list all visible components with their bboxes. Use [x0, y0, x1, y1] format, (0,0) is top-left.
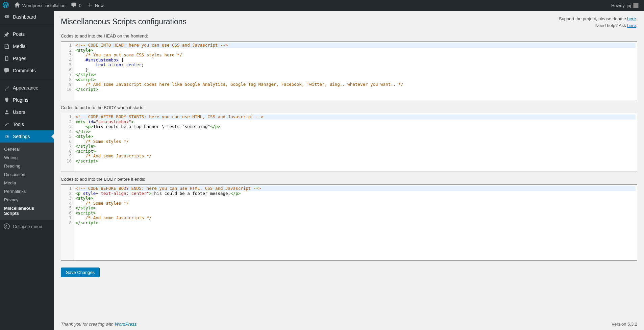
version-text: Version 5.3.2: [612, 322, 637, 327]
plugin-icon: [3, 97, 10, 103]
settings-submenu: General Writing Reading Discussion Media…: [0, 143, 54, 220]
admin-bar: Wordpress installation 0 New Howdy, jnj: [0, 0, 644, 11]
menu-label: Comments: [13, 68, 36, 73]
collapse-label: Collapse menu: [13, 224, 42, 229]
pin-icon: [3, 31, 10, 37]
body-start-section-label: Codes to add into the BODY when it start…: [61, 105, 637, 110]
comment-icon: [71, 2, 77, 9]
users-icon: [3, 109, 10, 116]
media-icon: [3, 43, 10, 50]
home-icon: [14, 2, 20, 9]
dashboard-icon: [3, 14, 10, 20]
submenu-media[interactable]: Media: [0, 179, 54, 187]
submenu-misc-scripts[interactable]: Miscellaneous Scripts: [0, 204, 54, 218]
menu-posts[interactable]: Posts: [0, 28, 54, 40]
head-section-label: Codes to add into the HEAD on the fronte…: [61, 33, 637, 39]
submenu-discussion[interactable]: Discussion: [0, 170, 54, 179]
submenu-permalinks[interactable]: Permalinks: [0, 187, 54, 196]
menu-media[interactable]: Media: [0, 40, 54, 52]
code-lines[interactable]: <!-- CODE BEFORE BODY ENDS: here you can…: [74, 185, 637, 260]
menu-separator: [0, 25, 54, 26]
wordpress-link[interactable]: WordPress: [115, 322, 137, 327]
submenu-privacy[interactable]: Privacy: [0, 196, 54, 204]
menu-separator: [0, 78, 54, 80]
menu-tools[interactable]: Tools: [0, 118, 54, 130]
collapse-icon: [3, 223, 10, 230]
menu-label: Tools: [13, 122, 24, 127]
menu-label: Posts: [13, 31, 25, 37]
comments-icon: [3, 67, 10, 74]
new-label: New: [95, 3, 104, 8]
site-name-link[interactable]: Wordpress installation: [11, 0, 68, 11]
menu-dashboard[interactable]: Dashboard: [0, 11, 54, 23]
menu-label: Dashboard: [13, 14, 36, 20]
menu-label: Appearance: [13, 85, 39, 91]
menu-comments[interactable]: Comments: [0, 65, 54, 77]
wordpress-icon: [3, 2, 9, 9]
menu-pages[interactable]: Pages: [0, 52, 54, 65]
gutter: 12345678910: [61, 42, 74, 100]
user-menu[interactable]: Howdy, jnj: [609, 0, 641, 11]
menu-users[interactable]: Users: [0, 106, 54, 118]
wp-logo[interactable]: [0, 0, 11, 11]
svg-point-0: [4, 224, 9, 229]
admin-sidebar: Dashboard Posts Media Pages Comments App…: [0, 11, 54, 330]
site-name: Wordpress installation: [22, 3, 66, 8]
body-end-code-editor[interactable]: 12345678 <!-- CODE BEFORE BODY ENDS: her…: [61, 184, 637, 261]
code-lines[interactable]: <!-- CODE INTO HEAD: here you can use CS…: [74, 42, 637, 100]
menu-label: Settings: [13, 134, 30, 139]
page-title: Miscellaneous Scripts configurations: [61, 14, 187, 28]
tools-icon: [3, 121, 10, 128]
howdy-text: Howdy, jnj: [611, 3, 631, 8]
comments-link[interactable]: 0: [68, 0, 84, 11]
menu-settings[interactable]: Settings: [0, 130, 54, 143]
code-lines[interactable]: <!-- CODE AFTER BODY STARTS: here you ca…: [74, 113, 637, 172]
save-button[interactable]: Save Changes: [61, 268, 100, 277]
help-link[interactable]: here: [627, 23, 636, 28]
menu-label: Plugins: [13, 97, 28, 103]
support-box: Support the project, please donate here.…: [559, 14, 637, 29]
gutter: 12345678: [61, 185, 74, 260]
footer: Thank you for creating with WordPress. V…: [61, 322, 637, 327]
menu-plugins[interactable]: Plugins: [0, 94, 54, 106]
submenu-general[interactable]: General: [0, 145, 54, 153]
brush-icon: [3, 84, 10, 91]
submenu-reading[interactable]: Reading: [0, 162, 54, 170]
submenu-writing[interactable]: Writing: [0, 153, 54, 162]
avatar: [633, 3, 639, 8]
main-content: Miscellaneous Scripts configurations Sup…: [54, 11, 644, 330]
donate-link[interactable]: here: [627, 16, 636, 21]
pages-icon: [3, 55, 10, 62]
settings-icon: [3, 133, 10, 140]
new-content-link[interactable]: New: [84, 0, 106, 11]
menu-label: Pages: [13, 56, 26, 61]
body-end-section-label: Codes to add into the BODY before it end…: [61, 177, 637, 182]
comments-count: 0: [79, 3, 81, 8]
menu-appearance[interactable]: Appearance: [0, 82, 54, 94]
body-start-code-editor[interactable]: 12345678910 <!-- CODE AFTER BODY STARTS:…: [61, 113, 637, 172]
menu-label: Users: [13, 109, 25, 115]
head-code-editor[interactable]: 12345678910 <!-- CODE INTO HEAD: here yo…: [61, 41, 637, 100]
menu-label: Media: [13, 44, 26, 49]
plus-icon: [87, 2, 93, 9]
gutter: 12345678910: [61, 113, 74, 172]
collapse-menu[interactable]: Collapse menu: [0, 220, 54, 232]
